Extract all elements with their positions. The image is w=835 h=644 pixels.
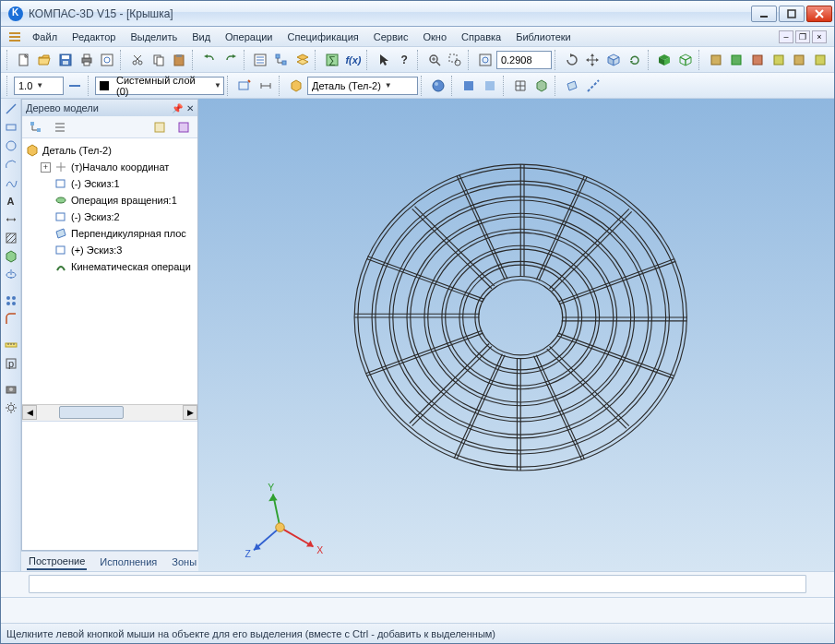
lb-dim[interactable] [3,211,19,228]
view3-button[interactable] [747,50,768,70]
lb-camera[interactable] [3,381,19,398]
menu-spec[interactable]: Спецификация [280,30,366,44]
menu-editor[interactable]: Редактор [65,30,123,44]
new-button[interactable] [14,50,34,70]
tree-item-sweep[interactable]: Кинематическая операци [24,258,196,275]
menu-select[interactable]: Выделить [123,30,185,44]
tree-button[interactable] [271,50,292,70]
tree-item-revolve[interactable]: Операция вращения:1 [24,192,196,209]
tree-hscrollbar[interactable]: ◀ ▶ [22,404,197,421]
plane-button[interactable] [562,76,582,96]
lb-spline[interactable] [3,174,19,191]
fx-button[interactable]: f(x) [343,50,364,70]
tree-item-sketch1[interactable]: (-) Эскиз:1 [24,175,196,192]
preview-button[interactable] [98,50,118,70]
tree-item-sketch3[interactable]: (+) Эскиз:3 [24,242,196,258]
part-combo[interactable]: Деталь (Тел-2)▼ [307,77,418,95]
mdi-minimize-button[interactable]: – [779,30,793,43]
view-iso-button[interactable] [603,50,624,70]
color2-button[interactable] [480,76,500,96]
wireframe-button[interactable] [675,50,696,70]
refresh-button[interactable] [625,50,645,70]
lb-measure[interactable] [3,337,19,353]
dimension-button[interactable] [256,76,276,96]
zoom-in-button[interactable] [424,50,445,70]
help-pointer-button[interactable]: ? [394,50,414,70]
tree-option-button[interactable] [173,117,194,137]
lb-circle[interactable] [3,137,19,154]
pan-button[interactable] [583,50,603,70]
close-button[interactable] [806,6,832,22]
menu-libraries[interactable]: Библиотеки [508,30,579,44]
zoom-window-button[interactable] [446,50,466,70]
sketch-button[interactable] [234,76,255,96]
tab-exec[interactable]: Исполнения [98,555,159,569]
layers-button[interactable] [292,50,313,70]
component-button[interactable] [286,76,306,96]
grid-button[interactable] [510,76,531,96]
view5-button[interactable] [789,50,809,70]
mdi-restore-button[interactable]: ❐ [795,30,810,43]
lb-array[interactable] [3,292,19,309]
scroll-right-button[interactable]: ▶ [183,405,197,420]
variables-button[interactable]: ∑ [322,50,342,70]
mdi-close-button[interactable]: × [812,30,827,43]
view1-button[interactable] [706,50,726,70]
expander-icon[interactable]: + [41,162,51,173]
lb-revolve[interactable] [3,267,19,283]
model-tree[interactable]: Деталь (Тел-2) + (т)Начало координат (-)… [22,138,197,275]
lb-hatch[interactable] [3,230,19,246]
open-button[interactable] [35,50,55,70]
tree-item-plane[interactable]: Перпендикулярная плос [24,225,196,242]
zoom-fit-button[interactable] [475,50,495,70]
redo-button[interactable] [221,50,241,70]
rotate-button[interactable] [562,50,582,70]
copy-button[interactable] [149,50,169,70]
panel-close-button[interactable]: ✕ [186,103,194,113]
axis-button[interactable] [583,76,603,96]
save-button[interactable] [55,50,76,70]
tree-item-origin[interactable]: + (т)Начало координат [24,159,196,175]
lb-text[interactable]: A [3,193,19,209]
pointer-button[interactable] [374,50,394,70]
view4-button[interactable] [769,50,789,70]
style-button[interactable] [65,76,85,96]
tab-build[interactable]: Построение [27,554,87,570]
menu-window[interactable]: Окно [415,30,454,44]
menu-file[interactable]: Файл [25,30,65,44]
scale-combo[interactable]: 1.0▼ [14,77,64,95]
tree-expand-button[interactable] [149,117,170,137]
color1-button[interactable] [459,76,479,96]
lb-settings[interactable] [3,400,19,416]
app-menu-icon[interactable] [5,27,25,47]
maximize-button[interactable] [779,6,805,22]
tab-zones[interactable]: Зоны [170,555,198,569]
shaded-button[interactable] [655,50,675,70]
tree-mode2-button[interactable] [50,117,70,137]
cut-button[interactable] [127,50,148,70]
menu-view[interactable]: Вид [185,30,218,44]
lb-arc[interactable] [3,156,19,173]
menu-operations[interactable]: Операции [218,30,280,44]
pin-icon[interactable]: 📌 [172,103,183,113]
tree-mode1-button[interactable] [26,117,46,137]
construct-button[interactable] [531,76,552,96]
lb-extrude[interactable] [3,248,19,265]
command-input[interactable] [29,575,806,593]
menu-service[interactable]: Сервис [366,30,416,44]
scroll-left-button[interactable]: ◀ [22,405,37,420]
material-button[interactable] [428,76,448,96]
menu-help[interactable]: Справка [454,30,508,44]
view2-button[interactable] [726,50,746,70]
minimize-button[interactable] [751,6,777,22]
print-button[interactable] [77,50,97,70]
scroll-thumb[interactable] [59,406,124,419]
undo-button[interactable] [199,50,220,70]
properties-button[interactable] [250,50,270,70]
tree-item-sketch2[interactable]: (-) Эскиз:2 [24,209,196,225]
layer-combo[interactable]: Системный слой (0)▼ [95,77,224,95]
zoom-value-input[interactable] [496,51,552,69]
paste-button[interactable] [170,50,190,70]
lb-fillet[interactable] [3,311,19,328]
lb-param[interactable]: p [3,355,19,372]
